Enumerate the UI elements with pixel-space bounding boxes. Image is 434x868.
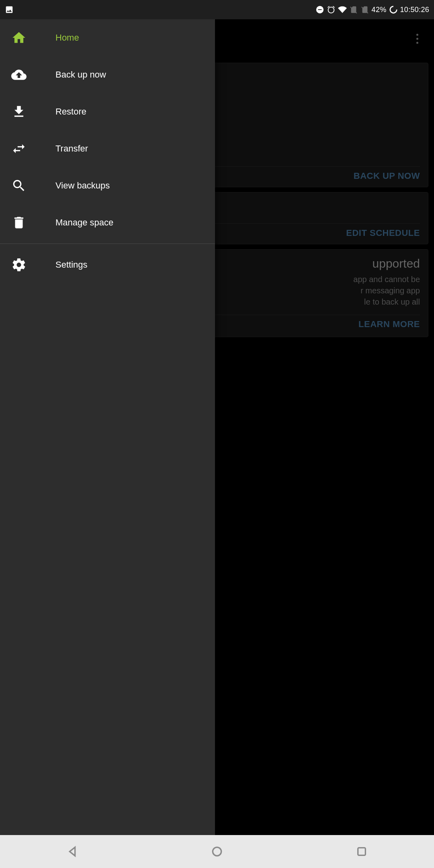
nav-item-settings[interactable]: Settings xyxy=(0,246,215,283)
nav-label: Transfer xyxy=(55,143,88,154)
drawer-divider xyxy=(0,244,215,244)
search-icon xyxy=(11,178,27,193)
cloud-upload-icon xyxy=(11,67,27,82)
nav-item-home[interactable]: Home xyxy=(0,19,215,56)
home-icon xyxy=(11,30,27,45)
nav-label: Home xyxy=(55,33,79,43)
nav-label: Manage space xyxy=(55,217,113,228)
nav-item-view-backups[interactable]: View backups xyxy=(0,167,215,204)
transfer-icon xyxy=(11,141,27,156)
nav-label: Restore xyxy=(55,106,86,117)
nav-label: Settings xyxy=(55,260,88,270)
picture-icon xyxy=(5,5,14,14)
nav-item-backup-now[interactable]: Back up now xyxy=(0,56,215,93)
nav-item-transfer[interactable]: Transfer xyxy=(0,130,215,167)
nav-item-manage-space[interactable]: Manage space xyxy=(0,204,215,241)
nav-label: View backups xyxy=(55,180,110,191)
status-bar: 42% 10:50:26 xyxy=(0,0,313,19)
navigation-drawer: Home Back up now Restore Transfer View b… xyxy=(0,19,215,627)
gear-icon xyxy=(11,257,27,272)
trash-icon xyxy=(11,215,27,230)
nav-item-restore[interactable]: Restore xyxy=(0,93,215,130)
download-icon xyxy=(11,104,27,119)
nav-label: Back up now xyxy=(55,70,106,80)
